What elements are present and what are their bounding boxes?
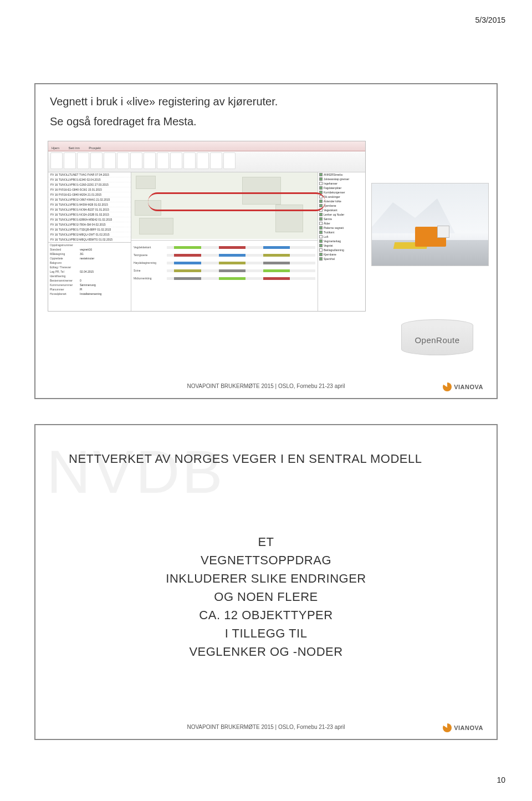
layer-label: Lenker og Noder bbox=[324, 213, 344, 216]
timeline-bar bbox=[167, 269, 315, 272]
tree-item: FV 16 TUNOLLVPBO1-E890A-M5E42 01.02.2015 bbox=[48, 217, 131, 222]
ribbon-icon bbox=[157, 152, 169, 169]
tree-item: FV 16 TUNOLLVPBO1-TSDQB-88FF 01.02.2015 bbox=[48, 227, 131, 232]
prop-row: PlanummerPl bbox=[48, 287, 131, 292]
checkbox-icon bbox=[319, 244, 323, 247]
layer-label: Ålder bbox=[324, 222, 330, 225]
slide2-footer: NOVAPOINT BRUKERMØTE 2015 | OSLO, Forneb… bbox=[35, 724, 497, 730]
tree-item: FV 16 FV016-E1-G840-M20A 21.01.2015 bbox=[48, 192, 131, 197]
ribbon-icon bbox=[144, 152, 156, 169]
ribbon-icon bbox=[90, 152, 103, 169]
body-line: ET bbox=[35, 533, 497, 551]
timeline-label: Svine bbox=[134, 269, 167, 272]
prop-row: Bestemanntnemer0 bbox=[48, 278, 131, 283]
layer-row: Kjernbane bbox=[318, 252, 365, 257]
tree-item: FV 16 TUNOLLVPBO2-O867-KMAG 21.02.2015 bbox=[48, 197, 131, 202]
checkbox-icon bbox=[319, 213, 323, 216]
slide2-body: ET VEGNETTSOPPDRAG INKLUDERER SLIKE ENDR… bbox=[35, 533, 497, 661]
layer-row: Vegmerterkag bbox=[318, 239, 365, 243]
checkbox-icon bbox=[319, 253, 323, 256]
checkbox-icon bbox=[319, 235, 323, 238]
layers-panel: ANKERStmebuJukteasskap grenserIngehanser… bbox=[318, 172, 365, 311]
ribbon-tab: Hjem bbox=[48, 144, 63, 151]
vianova-logo: VIANOVA bbox=[443, 723, 483, 732]
body-line: VEGNETTSOPPDRAG bbox=[35, 551, 497, 569]
nvdb-watermark: NVDB bbox=[47, 436, 225, 507]
tree-item: FV 16 TUNOLLVPBO1-NO9A-B237 01.01.2015 bbox=[48, 207, 131, 212]
layer-row: ANKERStmebu bbox=[318, 172, 365, 177]
prop-row: Måletegning3G bbox=[48, 252, 131, 256]
prop-row: KommunenummerSømmerusrg bbox=[48, 283, 131, 287]
layer-row: Beklagsdlanning bbox=[318, 248, 365, 252]
app-screenshot: Hjem Sett inn Prosjekt bbox=[48, 141, 366, 312]
prop-row: Identifisering bbox=[48, 274, 131, 278]
layer-label: Vegmerterkag bbox=[324, 239, 341, 243]
ribbon-icons bbox=[50, 152, 363, 171]
prop-row: HovedplanartInstallatnersening bbox=[48, 292, 131, 296]
timeline-row: Midtomenkting bbox=[134, 275, 315, 282]
prop-row: Oppdragstnummer bbox=[48, 243, 131, 247]
prop-row: Lag PR, Tel02.04.2015 bbox=[48, 269, 131, 274]
ribbon-icon bbox=[117, 152, 129, 169]
layer-row: Sømre bbox=[318, 217, 365, 221]
layer-label: Spernhal bbox=[324, 257, 335, 261]
layer-row: Lenker og Noder bbox=[318, 212, 365, 217]
center-pane: VegdekkekantTetrrgtoeneHøydebegtrenningS… bbox=[131, 172, 318, 311]
layer-row: Trotikant bbox=[318, 230, 365, 234]
layer-label: Sømre bbox=[324, 217, 332, 221]
tree-item: FV 16 TUNOLLVPBO2-M8QU-GWT 01.02.2015 bbox=[48, 232, 131, 237]
timeline-bar bbox=[167, 277, 315, 280]
timeline-panel: VegdekkekantTetrrgtoeneHøydebegtrenningS… bbox=[131, 240, 318, 311]
layer-row: Ingehanser bbox=[318, 181, 365, 186]
tree-item: FV 16 TUNOLLVPBO1-G260-223G 27.03.2015 bbox=[48, 182, 131, 187]
layer-label: Fik anskinger bbox=[324, 195, 340, 198]
checkbox-icon bbox=[319, 182, 323, 185]
checkbox-icon bbox=[319, 217, 323, 221]
body-line: CA. 12 OBJEKTTYPER bbox=[35, 606, 497, 624]
checkbox-icon bbox=[319, 173, 323, 176]
layer-label: Korridekorgenser bbox=[324, 191, 345, 194]
left-pane: FV 16 TUNOLLTUNET TVAG FVAR 07.04.2015FV… bbox=[48, 172, 131, 311]
properties-panel: Oppdragstnummer Standardvegnett16 Målete… bbox=[48, 242, 131, 296]
layer-label: Beklagsdlanning bbox=[324, 248, 344, 252]
body-line: I TILLEGG TIL bbox=[35, 624, 497, 642]
ribbon-tab: Sett inn bbox=[65, 144, 83, 151]
ribbon-icon bbox=[223, 152, 236, 169]
ribbon-icon bbox=[64, 152, 76, 169]
layer-label: Trotikant bbox=[324, 231, 334, 234]
ribbon-tab: Prosjekt bbox=[85, 144, 104, 151]
ribbon-icon bbox=[104, 152, 116, 169]
layer-row: Vegetskant bbox=[318, 208, 365, 212]
timeline-label: Midtomenkting bbox=[134, 277, 167, 280]
checkbox-icon bbox=[319, 186, 323, 190]
prop-row: Editag / Trenever bbox=[48, 265, 131, 269]
tree-item: FV 16 TUNOLLVPBO1-94SW-M28 01.02.2015 bbox=[48, 202, 131, 207]
layer-label: Vegetskant bbox=[324, 208, 337, 212]
layer-row: Tjernbene bbox=[318, 203, 365, 208]
checkbox-icon bbox=[319, 257, 323, 261]
timeline-label: Tetrrgtoene bbox=[134, 253, 167, 257]
timeline-row: Vegdekkekant bbox=[134, 244, 315, 251]
layer-row: Pielerne vegnett bbox=[318, 226, 365, 230]
body-line: VEGLENKER OG -NODER bbox=[35, 642, 497, 661]
layer-row: Fik anskinger bbox=[318, 195, 365, 199]
timeline-row: Høydebegtrenning bbox=[134, 259, 315, 266]
page-number: 10 bbox=[497, 776, 505, 784]
body-line: INKLUDERER SLIKE ENDRINGER bbox=[35, 569, 497, 588]
layer-row: Ålder bbox=[318, 221, 365, 226]
vianova-text: VIANOVA bbox=[454, 384, 483, 390]
ribbon-bar: Hjem Sett inn Prosjekt bbox=[48, 141, 365, 172]
db-label: OpenRoute bbox=[415, 335, 459, 345]
slide2-title: NETTVERKET AV NORGES VEGER I EN SENTRAL … bbox=[69, 452, 422, 466]
ribbon-icon bbox=[183, 152, 196, 169]
layer-row: Spernhal bbox=[318, 257, 365, 261]
checkbox-icon bbox=[319, 226, 323, 229]
body-line: OG NOEN FLERE bbox=[35, 588, 497, 606]
checkbox-icon bbox=[319, 222, 323, 225]
ribbon-icon bbox=[50, 152, 63, 169]
layer-label: Jukteasskap grenser bbox=[324, 177, 349, 181]
layer-label: Luft bbox=[324, 235, 328, 238]
layer-row: Luft bbox=[318, 234, 365, 239]
timeline-bar bbox=[167, 246, 315, 249]
timeline-bar bbox=[167, 262, 315, 264]
